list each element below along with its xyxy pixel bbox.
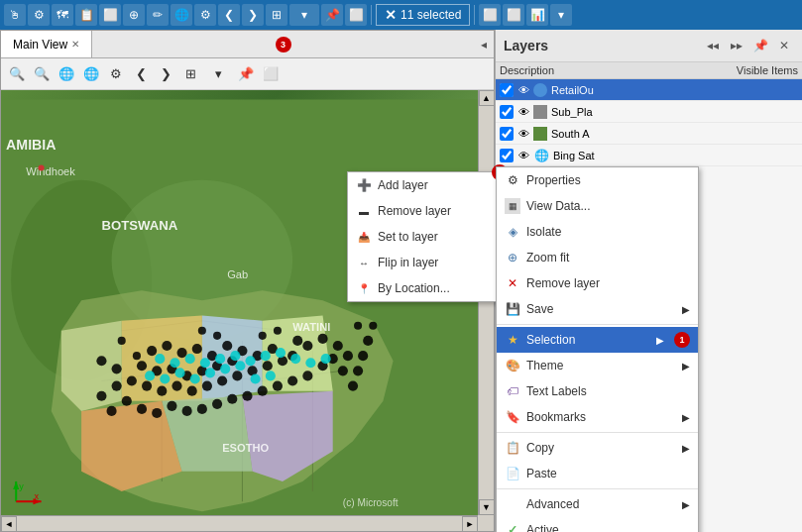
main-content: Main View ✕ 3 ◂ 🔍 🔍 🌐 🌐 ⚙ ❮ ❯ ⊞ ▾ 📌 ⬜: [0, 30, 802, 532]
toolbar-icon-7[interactable]: ✏: [147, 4, 169, 26]
svg-point-86: [321, 354, 331, 364]
ctx-zoom-fit[interactable]: ⊕ Zoom fit: [497, 245, 698, 270]
top-toolbar: 🖱 ⚙ 🗺 📋 ⬜ ⊕ ✏ 🌐 ⚙ ❮ ❯ ⊞ ▾ 📌 ⬜ ✕ 11 selec…: [0, 0, 802, 30]
properties-icon: ⚙: [505, 172, 520, 188]
ctx-set-to-layer[interactable]: 📥 Set to layer: [348, 224, 500, 250]
ctx-by-location-label: By Location...: [378, 281, 450, 295]
globe-tool-1[interactable]: 🌐: [55, 62, 78, 86]
svg-point-5: [177, 348, 187, 358]
layers-fwd-btn[interactable]: ▸▸: [727, 36, 746, 55]
save-arrow: ▶: [682, 304, 690, 315]
ctx-theme[interactable]: 🎨 Theme ▶: [497, 353, 698, 378]
view-data-icon: ▦: [505, 198, 520, 214]
map-scrollbar-bottom[interactable]: ◄ ►: [1, 515, 478, 531]
toolbar-icon-pin[interactable]: 📌: [321, 4, 343, 26]
layers-close-btn[interactable]: ✕: [774, 36, 794, 55]
toolbar-icon-6[interactable]: ⊕: [123, 4, 145, 26]
next-tool[interactable]: ❯: [154, 62, 177, 86]
toolbar-icon-17[interactable]: ▾: [550, 4, 572, 26]
ctx-isolate[interactable]: ◈ Isolate: [497, 219, 698, 245]
layers-pin-btn[interactable]: 📌: [750, 36, 770, 55]
ctx-properties[interactable]: ⚙ Properties: [497, 167, 698, 193]
layer-name-2: South A: [551, 128, 798, 140]
layer-row-3[interactable]: 👁 🌐 Bing Sat: [496, 145, 802, 166]
toolbar-icon-4[interactable]: 📋: [75, 4, 97, 26]
main-view-tab[interactable]: Main View ✕: [1, 31, 92, 57]
zoom-out-tool[interactable]: 🔍: [30, 62, 54, 86]
toolbar-icon-16[interactable]: 📊: [526, 4, 548, 26]
ctx-bookmarks[interactable]: 🔖 Bookmarks ▶: [497, 404, 698, 430]
layer-vis-0: 👁: [516, 82, 531, 98]
zoom-in-tool[interactable]: 🔍: [5, 62, 29, 86]
settings-tool[interactable]: ⚙: [104, 62, 128, 86]
layer-checkbox-0[interactable]: [500, 83, 514, 97]
prev-tool[interactable]: ❮: [129, 62, 153, 86]
pin-tool[interactable]: 📌: [234, 62, 258, 86]
tab-close-icon[interactable]: ✕: [71, 39, 79, 50]
svg-point-83: [276, 348, 286, 358]
layer-row-1[interactable]: 👁 Sub_Pla: [496, 101, 802, 123]
toolbar-icon-10[interactable]: ❮: [218, 4, 240, 26]
layer-row-2[interactable]: 👁 South A: [496, 123, 802, 145]
toolbar-icon-13[interactable]: ⬜: [345, 4, 367, 26]
ctx-remove-layer-small-label: Remove layer: [378, 204, 451, 218]
scroll-right-btn[interactable]: ►: [462, 516, 478, 532]
map-scrollbar-right[interactable]: ▲ ▼: [478, 90, 494, 515]
badge-1: 1: [674, 332, 690, 348]
grid-tool[interactable]: ⊞: [178, 62, 202, 86]
ctx-add-layer[interactable]: ➕ Add layer: [348, 172, 500, 198]
ctx-selection[interactable]: ★ Selection ▶ 1: [497, 327, 698, 353]
ctx-remove-layer[interactable]: ✕ Remove layer: [497, 270, 698, 296]
map-view[interactable]: AMIBIA Windhoek BOTSWANA MOZ Gab Ma WATI…: [1, 90, 494, 531]
ctx-paste[interactable]: 📄 Paste: [497, 461, 698, 486]
toolbar-icon-2[interactable]: ⚙: [28, 4, 50, 26]
selection-star-icon: ★: [505, 332, 520, 348]
ctx-view-data[interactable]: ▦ View Data...: [497, 193, 698, 219]
layer-checkbox-3[interactable]: [500, 149, 514, 162]
scroll-left-btn[interactable]: ◄: [1, 516, 17, 532]
map-svg: AMIBIA Windhoek BOTSWANA MOZ Gab Ma WATI…: [1, 90, 494, 531]
toolbar-icon-8[interactable]: 🌐: [171, 4, 192, 26]
globe-tool-2[interactable]: 🌐: [79, 62, 103, 86]
dropdown-tool[interactable]: ▾: [203, 62, 233, 86]
ctx-copy[interactable]: 📋 Copy ▶: [497, 435, 698, 461]
paste-icon: 📄: [505, 466, 520, 481]
layers-back-btn[interactable]: ◂◂: [703, 36, 723, 55]
ctx-advanced[interactable]: Advanced ▶: [497, 491, 698, 517]
toolbar-icon-11[interactable]: ❯: [242, 4, 264, 26]
ctx-flip-in-layer[interactable]: ↔ Flip in layer: [348, 250, 500, 275]
toolbar-icon-12[interactable]: ⊞: [266, 4, 287, 26]
by-location-icon: 📍: [356, 280, 372, 296]
active-check-icon: ✓: [505, 522, 520, 532]
toolbar-icon-9[interactable]: ⚙: [194, 4, 216, 26]
ctx-by-location[interactable]: 📍 By Location...: [348, 275, 500, 301]
isolate-icon: ◈: [505, 224, 520, 240]
svg-point-89: [174, 368, 184, 377]
svg-point-6: [192, 344, 202, 354]
svg-point-93: [235, 361, 245, 371]
toolbar-icon-dropdown[interactable]: ▾: [289, 4, 319, 26]
deselect-icon[interactable]: ✕: [385, 7, 397, 23]
svg-point-35: [107, 406, 117, 416]
toolbar-icon-5[interactable]: ⬜: [99, 4, 121, 26]
selected-badge[interactable]: ✕ 11 selected: [376, 4, 470, 26]
select-tool[interactable]: ⬜: [259, 62, 283, 86]
toolbar-icon-1[interactable]: 🖱: [4, 4, 26, 26]
toolbar-icon-15[interactable]: ⬜: [503, 4, 524, 26]
scroll-up-btn[interactable]: ▲: [479, 90, 495, 106]
layer-checkbox-2[interactable]: [500, 127, 514, 141]
ctx-save[interactable]: 💾 Save ▶: [497, 296, 698, 322]
tab-arrow-left[interactable]: ◂: [474, 35, 494, 54]
scroll-down-btn[interactable]: ▼: [479, 499, 495, 515]
svg-point-98: [39, 164, 45, 170]
ctx-text-labels[interactable]: 🏷 Text Labels: [497, 378, 698, 404]
ctx-active[interactable]: ✓ Active: [497, 517, 698, 532]
svg-point-47: [287, 375, 297, 385]
layer-row-0[interactable]: 👁 RetailOu: [496, 79, 802, 101]
layer-checkbox-1[interactable]: [500, 105, 514, 119]
toolbar-icon-14[interactable]: ⬜: [479, 4, 501, 26]
toolbar-icon-3[interactable]: 🗺: [52, 4, 73, 26]
svg-point-38: [152, 408, 162, 418]
ctx-remove-layer-small[interactable]: ▬ Remove layer: [348, 198, 500, 224]
layer-vis-3: 👁: [516, 148, 531, 163]
